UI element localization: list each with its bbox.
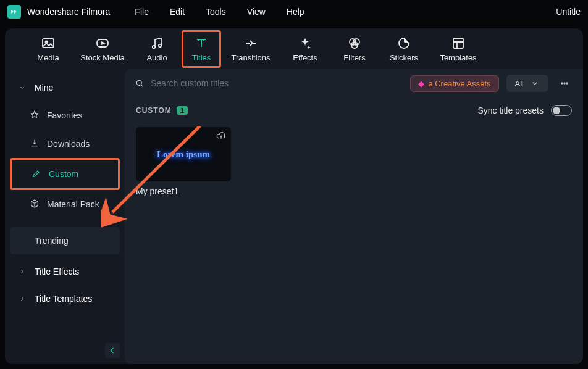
menu-view[interactable]: View (247, 7, 266, 17)
download-icon (30, 138, 40, 150)
tab-stock-media[interactable]: Stock Media (73, 33, 132, 65)
topbar: ◆ a Creative Assets All (125, 69, 583, 97)
search-field[interactable] (135, 78, 403, 88)
template-icon (451, 36, 466, 51)
main-tabs: Media Stock Media Audio Titles Transitio… (5, 28, 583, 69)
menu-file[interactable]: File (135, 7, 149, 17)
sidebar: Mine Favorites Downloads Custom Material… (5, 69, 125, 364)
menu-edit[interactable]: Edit (170, 7, 185, 17)
svg-point-4 (159, 44, 161, 46)
chevron-down-icon (19, 83, 26, 93)
preset-card[interactable]: Lorem ipsum My preset1 (136, 127, 231, 196)
image-icon (41, 36, 56, 51)
sidebar-collapse-button[interactable] (105, 343, 120, 358)
svg-point-9 (136, 80, 141, 85)
preset-thumbnail: Lorem ipsum (136, 127, 231, 181)
text-icon (194, 36, 209, 51)
sidebar-item-favorites[interactable]: Favorites (10, 101, 120, 130)
titlebar: Wondershare Filmora File Edit Tools View… (0, 0, 588, 23)
preset-grid: Lorem ipsum My preset1 (125, 118, 583, 205)
tab-templates[interactable]: Templates (429, 33, 488, 65)
sidebar-trending[interactable]: Trending (10, 227, 120, 254)
app-logo (7, 5, 21, 19)
more-button[interactable] (556, 75, 573, 92)
preset-preview-text: Lorem ipsum (157, 149, 210, 160)
svg-point-12 (566, 83, 568, 84)
highlight-titles-tab: Titles (182, 30, 221, 68)
main-panel: ◆ a Creative Assets All CUSTOM 1 Sync ti… (125, 69, 583, 364)
menu-help[interactable]: Help (287, 7, 304, 17)
sidebar-group-title-templates[interactable]: Title Templates (10, 285, 120, 312)
filters-icon (347, 36, 362, 51)
sidebar-group-title-effects[interactable]: Title Effects (10, 258, 120, 285)
sparkle-icon (298, 36, 313, 51)
svg-point-11 (564, 83, 565, 84)
sync-label: Sync title presets (477, 106, 544, 115)
sidebar-item-custom[interactable]: Custom (12, 160, 118, 188)
search-icon (135, 78, 145, 88)
tab-media[interactable]: Media (23, 33, 73, 65)
cloud-media-icon (95, 36, 110, 51)
chevron-right-icon (19, 267, 26, 276)
box-icon (30, 199, 40, 210)
cloud-upload-icon[interactable] (216, 131, 226, 143)
music-icon (149, 36, 164, 51)
preset-name: My preset1 (136, 186, 231, 196)
tab-stickers[interactable]: Stickers (379, 33, 429, 65)
section-label: CUSTOM (136, 106, 172, 115)
tab-titles[interactable]: Titles (186, 33, 217, 65)
sidebar-item-downloads[interactable]: Downloads (10, 130, 120, 158)
tab-audio[interactable]: Audio (132, 33, 182, 65)
app-name: Wondershare Filmora (27, 7, 110, 17)
gem-icon: ◆ (418, 79, 424, 88)
filter-dropdown[interactable]: All (506, 75, 548, 92)
creative-assets-button[interactable]: ◆ a Creative Assets (410, 75, 498, 92)
chevron-right-icon (19, 294, 26, 304)
menu-tools[interactable]: Tools (206, 7, 226, 17)
sync-toggle[interactable] (551, 105, 572, 116)
sidebar-group-mine[interactable]: Mine (10, 74, 120, 101)
document-title: Untitle (556, 7, 581, 17)
svg-rect-8 (453, 38, 463, 48)
section-count: 1 (177, 106, 188, 115)
menu-bar: File Edit Tools View Help (135, 7, 304, 17)
tab-effects[interactable]: Effects (280, 33, 330, 65)
svg-point-10 (561, 83, 563, 84)
search-input[interactable] (151, 78, 287, 88)
svg-rect-0 (43, 39, 54, 48)
tab-transitions[interactable]: Transitions (221, 33, 280, 65)
star-icon (30, 110, 40, 122)
dots-icon (560, 78, 569, 88)
highlight-custom: Custom (10, 158, 120, 190)
tab-filters[interactable]: Filters (330, 33, 379, 65)
chevron-down-icon (530, 78, 540, 88)
svg-point-3 (153, 45, 155, 48)
sidebar-item-material-pack[interactable]: Material Pack (10, 190, 120, 218)
section-header: CUSTOM 1 Sync title presets (125, 97, 583, 118)
pencil-icon (32, 168, 41, 180)
transition-icon (243, 36, 258, 51)
sticker-icon (397, 36, 411, 51)
